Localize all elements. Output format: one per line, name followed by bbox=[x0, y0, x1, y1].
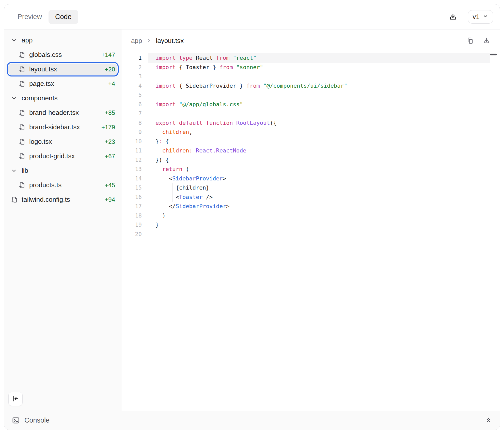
indent-guide bbox=[155, 211, 162, 221]
line-content: return ( bbox=[148, 165, 490, 174]
expand-console-button[interactable] bbox=[485, 417, 492, 424]
file-plus-icon bbox=[19, 51, 25, 58]
line-number: 19 bbox=[121, 220, 142, 230]
diff-badge: +67 bbox=[105, 153, 115, 160]
app-window: Preview Code v1 a bbox=[4, 4, 500, 430]
sidebar-item-page-tsx[interactable]: page.tsx+4 bbox=[4, 76, 121, 91]
file-plus-icon bbox=[11, 196, 18, 203]
copy-code-button[interactable] bbox=[467, 37, 474, 44]
chevron-down-icon bbox=[11, 168, 18, 174]
line-number: 5 bbox=[121, 90, 142, 100]
indent-guide bbox=[155, 174, 162, 183]
line-number: 17 bbox=[121, 202, 142, 211]
code-line: 14 <SidebarProvider> bbox=[121, 174, 500, 183]
line-content: import type React from "react" bbox=[148, 53, 490, 63]
code-line: 11 children: React.ReactNode bbox=[121, 146, 500, 156]
sidebar-item-brand-sidebar-tsx[interactable]: brand-sidebar.tsx+179 bbox=[4, 120, 121, 134]
code-lines: 1import type React from "react"2import {… bbox=[121, 53, 500, 239]
line-content: }: { bbox=[148, 137, 490, 146]
sidebar-item-product-grid-tsx[interactable]: product-grid.tsx+67 bbox=[4, 149, 121, 163]
sidebar-item-logo-tsx[interactable]: logo.tsx+23 bbox=[4, 134, 121, 149]
code-line: 6import "@/app/globals.css" bbox=[121, 100, 500, 109]
code-line: 17 </SidebarProvider> bbox=[121, 202, 500, 211]
file-label: page.tsx bbox=[29, 80, 105, 88]
file-plus-icon bbox=[19, 109, 25, 116]
line-number: 13 bbox=[121, 165, 142, 174]
diff-badge: +147 bbox=[101, 51, 115, 58]
code-line: 12}) { bbox=[121, 156, 500, 165]
line-content: }) { bbox=[148, 156, 490, 165]
sidebar-item-layout-tsx[interactable]: layout.tsx+20 bbox=[7, 62, 119, 76]
file-tree: appglobals.css+147layout.tsx+20page.tsx+… bbox=[4, 29, 121, 389]
line-content: <Toaster /> bbox=[148, 193, 490, 202]
code-line: 4import { SidebarProvider } from "@/comp… bbox=[121, 81, 500, 91]
line-content bbox=[148, 90, 490, 100]
collapse-sidebar-button[interactable] bbox=[8, 392, 23, 406]
breadcrumb: app layout.tsx bbox=[121, 29, 500, 52]
tab-code[interactable]: Code bbox=[49, 10, 78, 24]
tab-preview[interactable]: Preview bbox=[11, 10, 49, 24]
file-label: layout.tsx bbox=[29, 65, 102, 73]
chevron-down-icon bbox=[11, 37, 18, 43]
breadcrumb-folder[interactable]: app bbox=[131, 37, 142, 45]
diff-badge: +94 bbox=[105, 196, 115, 203]
indent-guide bbox=[155, 165, 162, 174]
terminal-icon bbox=[12, 416, 20, 424]
file-plus-icon bbox=[19, 66, 25, 73]
code-line: 8export default function RootLayout({ bbox=[121, 118, 500, 128]
line-content bbox=[148, 72, 490, 81]
code-line: 2import { Toaster } from "sonner" bbox=[121, 63, 500, 72]
diff-badge: +4 bbox=[108, 80, 115, 87]
line-number: 8 bbox=[121, 118, 142, 128]
file-plus-icon bbox=[19, 124, 25, 131]
file-tree-sidebar: appglobals.css+147layout.tsx+20page.tsx+… bbox=[4, 29, 121, 411]
file-plus-icon bbox=[19, 80, 25, 87]
folder-label: lib bbox=[22, 167, 115, 175]
folder-label: components bbox=[22, 94, 115, 102]
file-label: products.ts bbox=[29, 181, 102, 189]
sidebar-item-components[interactable]: components bbox=[4, 91, 121, 105]
code-line: 9 children, bbox=[121, 128, 500, 137]
copy-icon bbox=[467, 37, 474, 44]
diff-badge: +23 bbox=[105, 138, 115, 145]
line-content: {children} bbox=[148, 183, 490, 193]
line-content: export default function RootLayout({ bbox=[148, 118, 490, 128]
line-number: 4 bbox=[121, 81, 142, 91]
line-number: 3 bbox=[121, 72, 142, 81]
console-bar[interactable]: Console bbox=[4, 411, 500, 430]
indent-guide bbox=[162, 183, 169, 193]
code-editor[interactable]: 1import type React from "react"2import {… bbox=[121, 52, 500, 411]
code-line: 5 bbox=[121, 90, 500, 100]
console-label: Console bbox=[24, 416, 50, 424]
line-content bbox=[148, 230, 490, 239]
folder-label: app bbox=[22, 36, 115, 44]
sidebar-item-globals-css[interactable]: globals.css+147 bbox=[4, 48, 121, 62]
download-file-button[interactable] bbox=[483, 37, 490, 44]
sidebar-item-products-ts[interactable]: products.ts+45 bbox=[4, 178, 121, 192]
file-label: globals.css bbox=[29, 51, 98, 59]
indent-guide bbox=[169, 193, 176, 202]
line-content bbox=[148, 109, 490, 118]
sidebar-item-lib[interactable]: lib bbox=[4, 163, 121, 178]
line-content: import "@/app/globals.css" bbox=[148, 100, 490, 109]
line-content: } bbox=[148, 220, 490, 230]
version-dropdown[interactable]: v1 bbox=[468, 10, 493, 24]
scrollbar-thumb[interactable] bbox=[490, 54, 497, 55]
line-number: 2 bbox=[121, 63, 142, 72]
line-number: 6 bbox=[121, 100, 142, 109]
sidebar-footer bbox=[4, 389, 121, 411]
download-project-button[interactable] bbox=[449, 13, 457, 21]
code-toolbar bbox=[467, 37, 490, 44]
sidebar-item-tailwind-config-ts[interactable]: tailwind.config.ts+94 bbox=[4, 192, 121, 207]
line-number: 7 bbox=[121, 109, 142, 118]
sidebar-item-brand-header-tsx[interactable]: brand-header.tsx+85 bbox=[4, 105, 121, 120]
code-line: 3 bbox=[121, 72, 500, 81]
file-label: tailwind.config.ts bbox=[22, 196, 102, 204]
file-plus-icon bbox=[19, 182, 25, 189]
line-number: 14 bbox=[121, 174, 142, 183]
sidebar-item-app[interactable]: app bbox=[4, 33, 121, 48]
chevrons-up-icon bbox=[485, 417, 492, 424]
code-line: 16 <Toaster /> bbox=[121, 193, 500, 202]
indent-guide bbox=[155, 183, 162, 193]
line-content: import { SidebarProvider } from "@/compo… bbox=[148, 81, 490, 91]
